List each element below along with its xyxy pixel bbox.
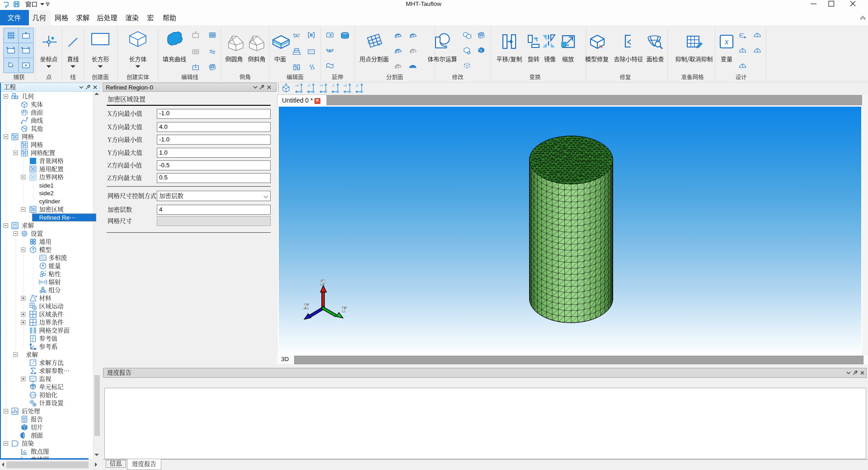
svg-text:side1: side1 <box>39 182 54 189</box>
svg-text:Refined Re⋯: Refined Re⋯ <box>39 214 76 221</box>
svg-text:-Y: -Y <box>332 84 335 87</box>
svg-text:+X: +X <box>295 84 299 87</box>
svg-text:+Z: +Z <box>343 84 347 87</box>
svg-text:Z: Z <box>320 278 325 286</box>
svg-text:-Z: -Z <box>356 84 358 87</box>
svg-text:-X: -X <box>307 84 310 87</box>
svg-text:x: x <box>724 37 729 46</box>
svg-text:X: X <box>304 302 309 310</box>
svg-text:side2: side2 <box>39 190 54 197</box>
svg-text:+Y: +Y <box>319 84 324 87</box>
svg-text:cylinder: cylinder <box>39 198 61 205</box>
svg-text:Y: Y <box>342 306 347 313</box>
svg-text:Refined Region-0: Refined Region-0 <box>106 84 153 91</box>
